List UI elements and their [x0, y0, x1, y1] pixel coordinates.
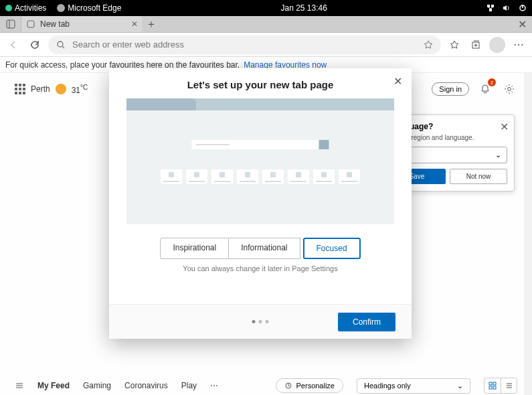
settings-button[interactable] — [501, 81, 517, 97]
svg-rect-9 — [27, 21, 34, 27]
lang-not-now-button[interactable]: Not now — [450, 169, 507, 184]
edge-icon — [57, 4, 65, 12]
activities-button[interactable]: Activities — [5, 3, 46, 13]
svg-rect-1 — [491, 5, 494, 7]
system-clock[interactable]: Jan 25 13:46 — [121, 3, 486, 13]
feed-bar: My Feed Gaming Coronavirus Play ⋯ Person… — [0, 376, 532, 395]
tab-inspirational[interactable]: Inspirational — [160, 238, 229, 259]
collections-button[interactable] — [468, 37, 484, 53]
power-icon[interactable] — [519, 4, 527, 12]
chevron-down-icon: ⌄ — [495, 151, 501, 159]
speaker-icon[interactable] — [503, 4, 511, 12]
feed-tab-gaming[interactable]: Gaming — [83, 381, 111, 390]
browser-tab[interactable]: New tab ✕ — [21, 16, 142, 32]
confirm-button[interactable]: Confirm — [338, 313, 395, 331]
notification-badge: 2 — [488, 78, 496, 86]
personalize-icon — [284, 382, 292, 390]
tab-bar: New tab ✕ ＋ ✕ — [0, 16, 532, 33]
modal-title: Let's set up your new tab page — [109, 68, 412, 98]
activities-label: Activities — [15, 3, 46, 13]
vertical-tabs-button[interactable] — [0, 16, 21, 32]
sign-in-button[interactable]: Sign in — [432, 82, 469, 96]
layout-preview — [126, 98, 394, 224]
feed-menu-icon[interactable] — [15, 381, 24, 390]
activities-icon — [5, 5, 12, 11]
window-close-button[interactable]: ✕ — [518, 18, 532, 31]
app-indicator[interactable]: Microsoft Edge — [57, 3, 121, 13]
svg-rect-7 — [7, 20, 15, 28]
feed-tab-coronavirus[interactable]: Coronavirus — [124, 381, 168, 390]
tab-informational[interactable]: Informational — [229, 238, 300, 259]
personalize-button[interactable]: Personalize — [276, 378, 343, 393]
favorites-button[interactable] — [446, 37, 462, 53]
search-icon — [56, 40, 66, 50]
svg-rect-0 — [487, 5, 490, 7]
svg-point-16 — [508, 88, 511, 91]
notifications-button[interactable]: 2 — [477, 81, 493, 97]
svg-line-3 — [489, 7, 491, 9]
list-view-button[interactable] — [501, 378, 517, 393]
reload-button[interactable] — [27, 37, 43, 53]
toolbar: Search or enter web address ⋯ — [0, 33, 532, 57]
svg-rect-24 — [493, 386, 496, 389]
scrollbar[interactable] — [524, 73, 532, 395]
network-icon[interactable] — [486, 4, 495, 12]
tab-focused[interactable]: Focused — [303, 238, 361, 259]
tab-favicon-icon — [27, 20, 35, 28]
setup-modal: ✕ Let's set up your new tab page Inspira… — [109, 68, 412, 339]
address-bar[interactable]: Search or enter web address — [48, 35, 441, 54]
layout-select-label: Headings only — [364, 382, 411, 390]
weather-location[interactable]: Perth — [31, 84, 50, 94]
close-icon[interactable]: ✕ — [500, 121, 509, 133]
svg-rect-21 — [489, 382, 492, 385]
personalize-label: Personalize — [296, 382, 335, 390]
app-label: Microsoft Edge — [68, 3, 121, 13]
app-menu-button[interactable]: ⋯ — [511, 37, 527, 53]
style-tabs: Inspirational Informational Focused — [109, 238, 412, 259]
system-bar: Activities Microsoft Edge Jan 25 13:46 — [0, 0, 532, 16]
app-launcher-icon[interactable] — [15, 84, 25, 94]
profile-avatar[interactable] — [489, 37, 505, 53]
back-button[interactable] — [5, 37, 21, 53]
address-placeholder: Search or enter web address — [72, 40, 184, 50]
weather-temp[interactable]: 31°C — [72, 84, 88, 95]
grid-view-button[interactable] — [484, 378, 501, 393]
tab-label: New tab — [40, 19, 70, 29]
sun-icon — [56, 84, 66, 94]
modal-hint: You can always change it later in Page S… — [109, 264, 412, 272]
step-indicator — [252, 320, 269, 323]
feed-tab-myfeed[interactable]: My Feed — [37, 381, 70, 390]
feed-more-button[interactable]: ⋯ — [210, 381, 218, 390]
close-tab-button[interactable]: ✕ — [131, 19, 138, 29]
feed-tab-play[interactable]: Play — [181, 381, 197, 390]
svg-line-11 — [62, 46, 64, 48]
modal-close-button[interactable]: ✕ — [393, 75, 402, 88]
layout-select[interactable]: Headings only ⌄ — [357, 378, 470, 394]
svg-rect-23 — [489, 386, 492, 389]
svg-point-10 — [58, 42, 63, 47]
chevron-down-icon: ⌄ — [457, 382, 463, 390]
svg-line-4 — [491, 7, 493, 9]
new-tab-button[interactable]: ＋ — [142, 17, 161, 31]
favorite-star-icon[interactable] — [424, 40, 433, 50]
svg-rect-22 — [493, 382, 496, 385]
svg-rect-2 — [489, 9, 492, 11]
